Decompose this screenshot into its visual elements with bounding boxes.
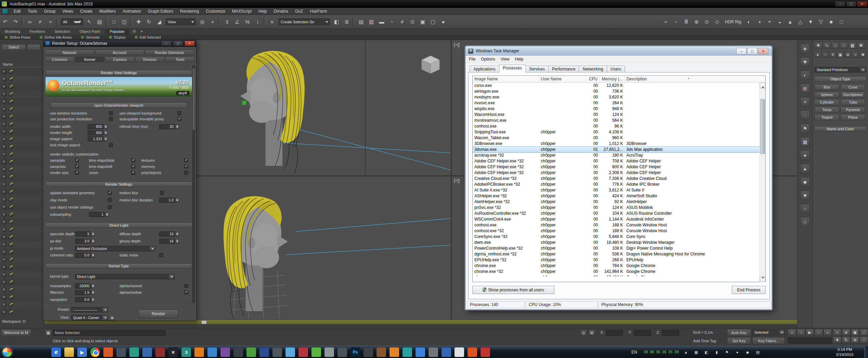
side-toolbar-icon-12[interactable]: ■: [800, 190, 810, 200]
specular-depth-spinner[interactable]: [91, 231, 95, 237]
file-explorer-icon[interactable]: [64, 347, 74, 357]
z-coordinate-field[interactable]: [662, 330, 679, 336]
ornatrix-tool-icon-4[interactable]: ⊕: [691, 17, 702, 27]
tm-minimize-button[interactable]: [736, 48, 746, 54]
dialog-close-button[interactable]: [184, 41, 195, 46]
object-type-button[interactable]: Sphere: [815, 92, 839, 98]
filtersize-spinner[interactable]: [91, 290, 95, 295]
spinner-snap-icon[interactable]: ↕: [253, 17, 263, 27]
object-type-button[interactable]: Cylinder: [815, 99, 839, 105]
hairfarm-tool-icon-4[interactable]: ◒: [775, 17, 785, 27]
alphashadow-checkbox[interactable]: [184, 290, 188, 294]
scene-name-column-header[interactable]: Name: [0, 61, 44, 67]
select-and-manipulate-icon[interactable]: +: [207, 17, 218, 27]
poly-objects-checkbox[interactable]: [184, 171, 188, 175]
scene-list-item[interactable]: [0, 234, 44, 241]
auto-key-button[interactable]: Auto Key: [727, 329, 751, 336]
window-maximize-button[interactable]: [846, 1, 856, 7]
scene-list-item[interactable]: [0, 264, 44, 271]
hairfarm-tool-icon-8[interactable]: ▽: [816, 17, 826, 27]
zoom-region-icon[interactable]: □: [860, 329, 868, 336]
use-window-resolution-checkbox[interactable]: [109, 111, 113, 115]
maxsamples-field[interactable]: 16000: [75, 283, 91, 289]
textures-checkbox[interactable]: [184, 158, 188, 162]
process-row[interactable]: wisptis.exe00948 K: [473, 106, 765, 112]
direct-light-header[interactable]: Direct Light: [46, 223, 192, 228]
specular-depth-field[interactable]: 5: [75, 231, 91, 237]
taskbar-app-14[interactable]: [220, 347, 230, 357]
object-type-button[interactable]: Teapot: [815, 114, 839, 120]
preset-dropdown[interactable]: --------------------: [71, 307, 108, 313]
object-type-button[interactable]: Pyramid: [841, 107, 865, 113]
diffuse-depth-spinner[interactable]: [175, 231, 179, 237]
scene-list-item[interactable]: [0, 181, 44, 188]
column-header-image-name[interactable]: Image Name: [473, 76, 539, 82]
open-octane-viewport-button[interactable]: open OctaneRender viewport: [50, 102, 187, 108]
scene-list-item[interactable]: [0, 151, 44, 158]
unlink-selection-icon[interactable]: ≠: [35, 17, 45, 27]
show-all-processes-button[interactable]: Show processes from all users: [472, 286, 554, 294]
zoom-checkbox[interactable]: [131, 171, 135, 175]
side-toolbar-icon-1[interactable]: ◈: [800, 44, 810, 53]
schematic-view-icon[interactable]: #: [397, 17, 407, 27]
ribbon-tab-populate[interactable]: Populate: [105, 29, 129, 35]
kernel-type-header[interactable]: Kernel Type: [46, 263, 192, 269]
welcome-screen-button[interactable]: Welcome to M: [1, 329, 31, 336]
ribbon-panel-simulate[interactable]: Simulate: [76, 35, 104, 39]
taskbar-app-17[interactable]: [259, 347, 269, 357]
autoupdate-movable-proxy-checkbox[interactable]: [177, 117, 181, 121]
ribbon-tab-selection[interactable]: Selection: [50, 29, 75, 35]
side-toolbar-icon-8[interactable]: ▦: [800, 137, 810, 147]
render-view-settings-header[interactable]: Render View Settings: [46, 70, 192, 76]
update-animated-geometry-checkbox[interactable]: [108, 191, 112, 195]
geometry-category-icon[interactable]: ●: [814, 52, 821, 58]
redo-icon[interactable]: ↷: [10, 17, 21, 27]
process-row[interactable]: WSCommCntr4.exech0pper001,144 KAutodesk …: [473, 216, 765, 222]
toolbar-item[interactable]: [130, 17, 133, 26]
scene-list-item[interactable]: [0, 226, 44, 234]
ao-dist-spinner[interactable]: [91, 239, 95, 244]
rectangular-selection-region-icon[interactable]: □: [109, 17, 119, 27]
menu-group[interactable]: Group: [41, 8, 59, 15]
column-header-user-name[interactable]: User Name: [539, 76, 586, 82]
field-of-view-icon[interactable]: ○: [860, 336, 868, 343]
taskbar-app-12[interactable]: [194, 347, 204, 357]
taskbar-app-30[interactable]: [429, 347, 438, 357]
selection-set-dropdown[interactable]: Selected: [752, 330, 785, 335]
process-row[interactable]: SnippingTool.exech0pper004,108 K: [473, 129, 765, 135]
menu-rendering[interactable]: Rendering: [177, 8, 202, 15]
angle-snap-icon[interactable]: ∠: [232, 17, 242, 27]
toolbar-item[interactable]: [105, 17, 108, 26]
tray-icon-8[interactable]: ▤: [755, 349, 761, 355]
hairfarm-tool-icon-10[interactable]: □: [836, 17, 846, 27]
name-and-color-rollout-header[interactable]: Name and Color: [814, 126, 866, 132]
tm-tab-services[interactable]: Services: [525, 66, 549, 72]
ornatrix-tool-icon-2[interactable]: ~: [671, 17, 681, 27]
hierarchy-tab-icon[interactable]: ⌂: [831, 42, 839, 49]
coherent-ratio-spinner[interactable]: [91, 253, 95, 258]
rd-tab-network[interactable]: Network: [45, 50, 94, 55]
process-row[interactable]: pnSvc.exe *32ch0pper00124 KASUS Moblink: [473, 205, 765, 211]
hairfarm-tool-icon-3[interactable]: ◓: [764, 17, 775, 27]
maxsamples-spinner[interactable]: [91, 283, 95, 289]
cameras-category-icon[interactable]: ▣: [837, 52, 844, 58]
process-row[interactable]: EPUHelp.exe *32ch0pper00268 KEPUHelp: [473, 257, 765, 263]
scene-list-item[interactable]: [0, 91, 44, 98]
side-toolbar-icon-7[interactable]: ⚑: [800, 124, 810, 133]
process-row[interactable]: WacomHost.exe00124 K: [473, 112, 765, 118]
side-toolbar-icon-9[interactable]: ●: [800, 150, 810, 160]
hairfarm-tool-icon-7[interactable]: ▼: [805, 17, 816, 27]
side-toolbar-icon-2[interactable]: ✚: [800, 57, 810, 67]
taskbar-app-9[interactable]: [155, 347, 165, 357]
scene-list-item[interactable]: [0, 143, 44, 151]
tm-menu-file[interactable]: File: [466, 57, 478, 62]
taskbar-app-18[interactable]: [272, 347, 282, 357]
tm-maximize-button[interactable]: [747, 48, 757, 54]
menu-maxscript[interactable]: MAXScript: [229, 8, 255, 15]
menu-help[interactable]: Help: [255, 8, 270, 15]
taskbar-app-5[interactable]: [103, 347, 113, 357]
lock-image-aspect-checkbox[interactable]: [109, 143, 113, 147]
scene-list-item[interactable]: [0, 128, 44, 136]
taskbar-app-6[interactable]: [116, 347, 126, 357]
isolate-selection-toggle-icon[interactable]: ◎: [580, 330, 587, 336]
